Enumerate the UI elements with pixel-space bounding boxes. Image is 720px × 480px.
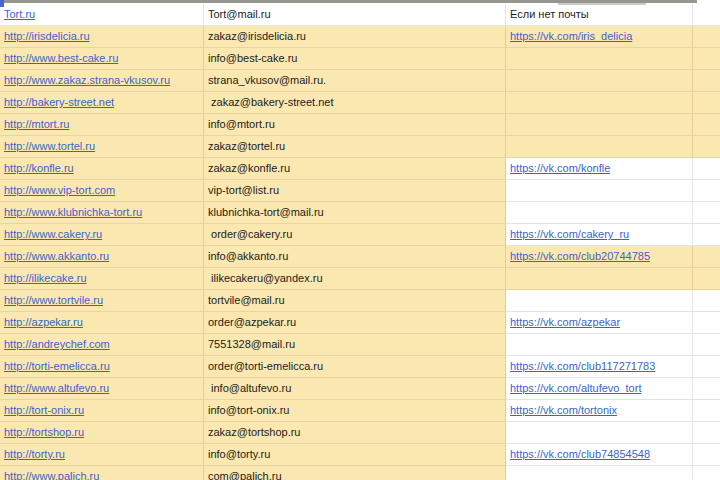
cell-email[interactable]: zakaz@konfle.ru	[204, 158, 506, 180]
cell-email[interactable]: order@azpekar.ru	[204, 312, 506, 334]
cell-url[interactable]: http://www.vip-tort.com	[0, 180, 204, 202]
cell-vk[interactable]: https://vk.com/club74854548	[506, 444, 693, 466]
cell-extra[interactable]	[693, 158, 720, 180]
cell-vk[interactable]: https://vk.com/club117271783	[506, 356, 693, 378]
cell-url[interactable]: http://torty.ru	[0, 444, 204, 466]
url-link[interactable]: http://tortshop.ru	[4, 426, 84, 438]
cell-vk[interactable]: https://vk.com/tortonix	[506, 400, 693, 422]
cell-url[interactable]: http://mtort.ru	[0, 114, 204, 136]
cell-extra[interactable]	[693, 422, 720, 444]
cell-url[interactable]: http://www.best-cake.ru	[0, 48, 204, 70]
cell-email[interactable]: zakaz@irisdelicia.ru	[204, 26, 506, 48]
vk-link[interactable]: https://vk.com/altufevo_tort	[510, 382, 641, 394]
header-cell-extra[interactable]	[693, 4, 720, 26]
cell-url[interactable]: http://irisdelicia.ru	[0, 26, 204, 48]
cell-extra[interactable]	[693, 356, 720, 378]
url-link[interactable]: http://www.zakaz.strana-vkusov.ru	[4, 74, 170, 86]
url-link[interactable]: http://torti-emelicca.ru	[4, 360, 110, 372]
url-link[interactable]: http://andreychef.com	[4, 338, 110, 350]
cell-email[interactable]: klubnichka-tort@mail.ru	[204, 202, 506, 224]
cell-extra[interactable]	[693, 466, 720, 480]
url-link[interactable]: http://ilikecake.ru	[4, 272, 87, 284]
vk-link[interactable]: https://vk.com/club20744785	[510, 250, 650, 262]
cell-email[interactable]: info@altufevo.ru	[204, 378, 506, 400]
url-link[interactable]: http://bakery-street.net	[4, 96, 114, 108]
cell-extra[interactable]	[693, 400, 720, 422]
cell-vk[interactable]	[506, 334, 693, 356]
cell-url[interactable]: http://www.akkanto.ru	[0, 246, 204, 268]
cell-vk[interactable]	[506, 268, 693, 290]
vk-link[interactable]: https://vk.com/konfle	[510, 162, 610, 174]
cell-url[interactable]: http://azpekar.ru	[0, 312, 204, 334]
cell-extra[interactable]	[693, 92, 720, 114]
cell-vk[interactable]	[506, 114, 693, 136]
cell-url[interactable]: http://www.tortvile.ru	[0, 290, 204, 312]
cell-extra[interactable]	[693, 70, 720, 92]
url-link[interactable]: http://konfle.ru	[4, 162, 74, 174]
cell-url[interactable]: http://www.cakery.ru	[0, 224, 204, 246]
cell-email[interactable]: zakaz@tortel.ru	[204, 136, 506, 158]
cell-email[interactable]: tortvile@mail.ru	[204, 290, 506, 312]
cell-email[interactable]: ilikecakeru@yandex.ru	[204, 268, 506, 290]
header-url-link[interactable]: Tort.ru	[4, 8, 35, 20]
cell-extra[interactable]	[693, 26, 720, 48]
cell-vk[interactable]	[506, 290, 693, 312]
cell-email[interactable]: info@tort-onix.ru	[204, 400, 506, 422]
cell-extra[interactable]	[693, 312, 720, 334]
cell-extra[interactable]	[693, 444, 720, 466]
cell-vk[interactable]: https://vk.com/iris_delicia	[506, 26, 693, 48]
cell-extra[interactable]	[693, 268, 720, 290]
vk-link[interactable]: https://vk.com/club74854548	[510, 448, 650, 460]
cell-vk[interactable]	[506, 48, 693, 70]
cell-vk[interactable]: https://vk.com/azpekar	[506, 312, 693, 334]
cell-email[interactable]: info@akkanto.ru	[204, 246, 506, 268]
url-link[interactable]: http://www.cakery.ru	[4, 228, 102, 240]
cell-extra[interactable]	[693, 334, 720, 356]
cell-extra[interactable]	[693, 180, 720, 202]
vk-link[interactable]: https://vk.com/tortonix	[510, 404, 617, 416]
url-link[interactable]: http://www.palich.ru	[4, 470, 99, 480]
cell-vk[interactable]	[506, 422, 693, 444]
cell-vk[interactable]: https://vk.com/cakery_ru	[506, 224, 693, 246]
cell-vk[interactable]	[506, 136, 693, 158]
cell-email[interactable]: vip-tort@list.ru	[204, 180, 506, 202]
header-cell-url[interactable]: Tort.ru	[0, 4, 204, 26]
cell-email[interactable]: zakaz@bakery-street.net	[204, 92, 506, 114]
url-link[interactable]: http://www.tortvile.ru	[4, 294, 103, 306]
cell-vk[interactable]: https://vk.com/konfle	[506, 158, 693, 180]
url-link[interactable]: http://www.akkanto.ru	[4, 250, 109, 262]
cell-url[interactable]: http://tortshop.ru	[0, 422, 204, 444]
cell-url[interactable]: http://bakery-street.net	[0, 92, 204, 114]
cell-url[interactable]: http://www.tortel.ru	[0, 136, 204, 158]
cell-url[interactable]: http://www.zakaz.strana-vkusov.ru	[0, 70, 204, 92]
cell-vk[interactable]	[506, 202, 693, 224]
cell-email[interactable]: 7551328@mail.ru	[204, 334, 506, 356]
cell-url[interactable]: http://andreychef.com	[0, 334, 204, 356]
cell-extra[interactable]	[693, 202, 720, 224]
cell-email[interactable]: order@cakery.ru	[204, 224, 506, 246]
url-link[interactable]: http://torty.ru	[4, 448, 65, 460]
cell-extra[interactable]	[693, 114, 720, 136]
cell-vk[interactable]	[506, 70, 693, 92]
url-link[interactable]: http://irisdelicia.ru	[4, 30, 90, 42]
cell-url[interactable]: http://www.klubnichka-tort.ru	[0, 202, 204, 224]
cell-extra[interactable]	[693, 136, 720, 158]
cell-extra[interactable]	[693, 224, 720, 246]
cell-extra[interactable]	[693, 48, 720, 70]
cell-url[interactable]: http://www.altufevo.ru	[0, 378, 204, 400]
cell-url[interactable]: http://www.palich.ru	[0, 466, 204, 480]
vk-link[interactable]: https://vk.com/cakery_ru	[510, 228, 629, 240]
url-link[interactable]: http://www.klubnichka-tort.ru	[4, 206, 142, 218]
url-link[interactable]: http://www.tortel.ru	[4, 140, 95, 152]
cell-vk[interactable]: https://vk.com/altufevo_tort	[506, 378, 693, 400]
header-cell-vk[interactable]: Если нет почты	[506, 4, 693, 26]
cell-extra[interactable]	[693, 290, 720, 312]
url-link[interactable]: http://www.best-cake.ru	[4, 52, 118, 64]
cell-url[interactable]: http://ilikecake.ru	[0, 268, 204, 290]
vk-link[interactable]: https://vk.com/iris_delicia	[510, 30, 632, 42]
cell-url[interactable]: http://torti-emelicca.ru	[0, 356, 204, 378]
url-link[interactable]: http://tort-onix.ru	[4, 404, 84, 416]
cell-email[interactable]: info@torty.ru	[204, 444, 506, 466]
cell-extra[interactable]	[693, 246, 720, 268]
cell-email[interactable]: strana_vkusov@mail.ru.	[204, 70, 506, 92]
